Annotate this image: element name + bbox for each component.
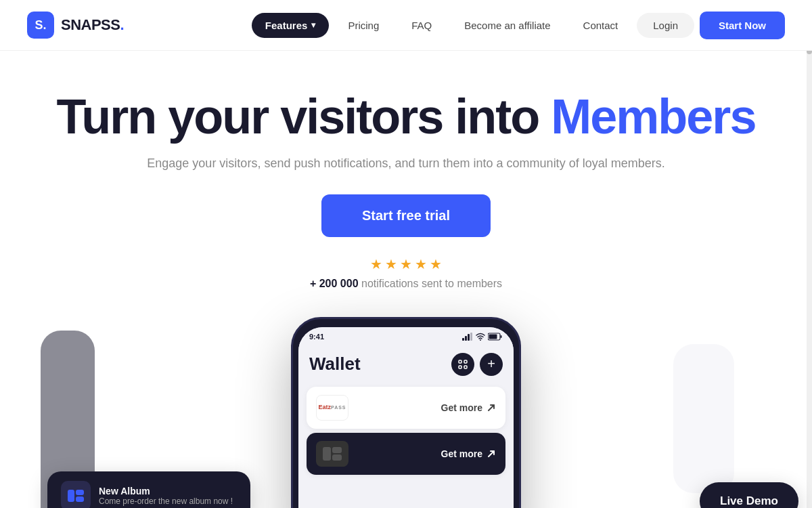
svg-rect-2: [468, 334, 470, 341]
phone-screen: 9:41: [298, 327, 514, 508]
svg-rect-6: [501, 335, 502, 338]
phone-time: 9:41: [309, 333, 324, 341]
svg-point-4: [480, 339, 481, 341]
nav-pricing-link[interactable]: Pricing: [334, 13, 392, 38]
logo-area: S. SNAPSS.: [27, 12, 124, 39]
dark-logo: [316, 441, 348, 467]
phone-right-partial: [673, 344, 734, 493]
wifi-icon: [476, 333, 485, 341]
nav-affiliate-link[interactable]: Become an affiliate: [451, 13, 564, 38]
phone-area: 9:41: [0, 317, 812, 508]
stars-row: ★ ★ ★ ★ ★: [27, 256, 785, 272]
wallet-add-icon[interactable]: +: [480, 353, 503, 376]
navbar: S. SNAPSS. Features ▾ Pricing FAQ Become…: [0, 0, 812, 51]
nav-faq-link[interactable]: FAQ: [398, 13, 445, 38]
cta-button[interactable]: Start free trial: [321, 194, 491, 237]
svg-rect-19: [76, 496, 84, 502]
chevron-down-icon: ▾: [311, 20, 315, 30]
eatz-logo-area: EatzPASS: [316, 395, 348, 421]
wallet-action-icons: +: [451, 353, 503, 376]
svg-rect-8: [459, 360, 461, 363]
card-dark-get-more[interactable]: Get more: [441, 448, 496, 459]
logo-icon: S.: [27, 12, 54, 39]
nav-login-button[interactable]: Login: [637, 13, 694, 38]
brand-logo-icon: [323, 447, 342, 461]
dark-logo-area: [316, 441, 348, 467]
svg-line-16: [489, 451, 494, 457]
wallet-card-dark[interactable]: Get more: [307, 433, 505, 475]
hero-title: Turn your visitors into Members: [27, 91, 785, 143]
svg-rect-3: [470, 333, 472, 341]
stats-text: + 200 000 notifications sent to members: [27, 278, 785, 290]
star-2: ★: [385, 256, 397, 272]
svg-rect-14: [332, 447, 342, 453]
svg-rect-17: [68, 490, 74, 502]
svg-rect-10: [459, 366, 461, 368]
star-4: ★: [415, 256, 427, 272]
hero-section: Turn your visitors into Members Engage y…: [0, 51, 812, 310]
hero-subtitle: Engage your visitors, send push notifica…: [27, 156, 785, 171]
arrow-up-right-white-icon: [487, 449, 496, 459]
svg-rect-11: [464, 366, 467, 368]
star-5: ★: [430, 256, 442, 272]
svg-rect-9: [464, 360, 467, 363]
notif-left-text: New Album Come pre-order the new album n…: [99, 486, 233, 506]
wallet-header: Wallet +: [298, 346, 514, 383]
status-icons: [462, 333, 503, 341]
svg-rect-15: [332, 454, 342, 461]
nav-links: Features ▾ Pricing FAQ Become an affilia…: [252, 12, 785, 39]
svg-rect-0: [462, 338, 464, 341]
battery-icon: [488, 333, 503, 341]
arrow-up-right-icon: [487, 403, 496, 412]
card-eatz-get-more[interactable]: Get more: [441, 402, 496, 413]
wallet-scan-icon[interactable]: [451, 353, 474, 376]
svg-rect-18: [76, 490, 84, 495]
svg-rect-7: [489, 334, 497, 339]
nav-contact-link[interactable]: Contact: [570, 13, 632, 38]
album-icon: [68, 490, 84, 502]
eatz-logo: EatzPASS: [316, 395, 348, 421]
phone-mockup: 9:41: [291, 317, 521, 508]
wallet-title: Wallet: [309, 354, 361, 375]
star-3: ★: [400, 256, 412, 272]
status-bar: 9:41: [298, 327, 514, 346]
signal-icon: [462, 333, 473, 341]
wallet-card-eatz[interactable]: EatzPASS Get more: [307, 387, 505, 429]
nav-features-button[interactable]: Features ▾: [252, 13, 330, 38]
scan-icon: [457, 359, 468, 370]
notification-new-album: New Album Come pre-order the new album n…: [47, 471, 250, 508]
svg-line-12: [489, 405, 494, 410]
logo-text: SNAPSS.: [61, 16, 124, 34]
notif-left-logo: [61, 481, 91, 508]
live-demo-button[interactable]: Live Demo: [700, 482, 798, 508]
svg-rect-13: [323, 447, 331, 461]
nav-start-button[interactable]: Start Now: [700, 12, 785, 39]
svg-rect-1: [465, 336, 467, 341]
star-1: ★: [370, 256, 382, 272]
